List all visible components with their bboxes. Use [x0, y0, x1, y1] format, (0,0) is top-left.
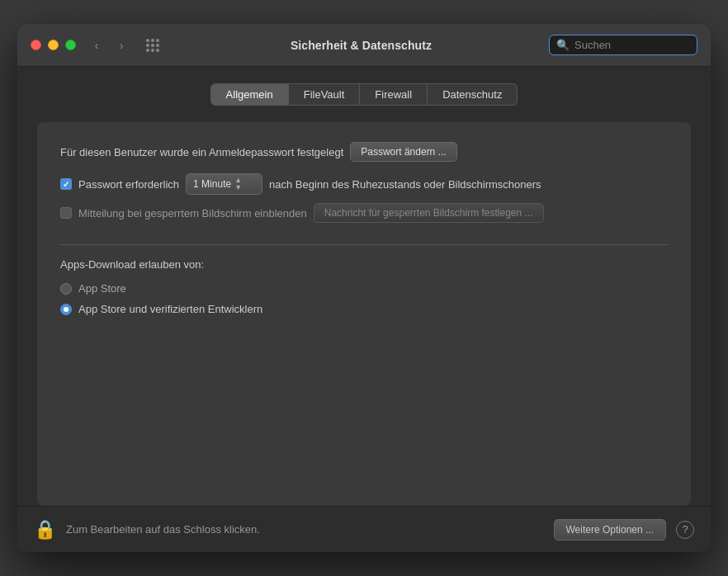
- tab-datenschutz[interactable]: Datenschutz: [428, 83, 518, 106]
- select-arrows-icon: ▲ ▼: [234, 177, 242, 191]
- apps-grid-icon[interactable]: [142, 37, 163, 54]
- tab-bar: Allgemein FileVault Firewall Datenschutz: [37, 83, 691, 106]
- maximize-button[interactable]: [65, 40, 76, 50]
- section-divider: [60, 244, 668, 245]
- lock-message-checkbox[interactable]: [60, 207, 72, 219]
- traffic-lights: [31, 40, 76, 50]
- help-icon: ?: [682, 523, 688, 536]
- radio-selected-indicator: [64, 307, 69, 312]
- tab-firewall[interactable]: Firewall: [360, 83, 428, 106]
- password-required-checkbox[interactable]: ✓: [60, 178, 72, 190]
- search-input[interactable]: [574, 39, 690, 51]
- password-row: Für diesen Benutzer wurde ein Anmeldepas…: [60, 142, 668, 162]
- radio-app-store-label: App Store: [78, 282, 126, 295]
- tab-allgemein[interactable]: Allgemein: [210, 83, 289, 106]
- apps-section-title: Apps-Download erlauben von:: [60, 258, 668, 271]
- radio-verified-label: App Store und verifizierten Entwicklern: [78, 303, 262, 315]
- close-button[interactable]: [31, 40, 41, 50]
- lock-message-label: Mitteilung bei gesperrtem Bildschirm ein…: [78, 207, 307, 220]
- tab-filevault[interactable]: FileVault: [289, 83, 361, 106]
- apps-section: Apps-Download erlauben von: App Store Ap…: [60, 258, 668, 323]
- checkmark-icon: ✓: [63, 180, 69, 189]
- lock-icon[interactable]: 🔒: [34, 519, 56, 541]
- search-icon: 🔍: [556, 39, 570, 51]
- radio-app-store-button[interactable]: [60, 283, 72, 295]
- radio-verified-button[interactable]: [60, 304, 72, 315]
- titlebar: ‹ › Sicherheit & Datenschutz 🔍: [17, 24, 711, 67]
- settings-panel: Für diesen Benutzer wurde ein Anmeldepas…: [37, 122, 691, 506]
- change-password-button[interactable]: Passwort ändern ...: [350, 142, 456, 162]
- forward-button[interactable]: ›: [111, 37, 132, 54]
- time-select[interactable]: 1 Minute ▲ ▼: [186, 173, 262, 195]
- back-button[interactable]: ‹: [86, 37, 107, 54]
- password-required-label: Passwort erforderlich: [78, 178, 179, 191]
- window-title: Sicherheit & Datenschutz: [173, 39, 549, 52]
- password-suffix-text: nach Beginn des Ruhezustands oder Bildsc…: [269, 178, 541, 191]
- select-value: 1 Minute: [193, 178, 231, 190]
- bottombar: 🔒 Zum Bearbeiten auf das Schloss klicken…: [17, 506, 711, 552]
- set-message-button[interactable]: Nachricht für gesperrten Bildschirm fest…: [314, 203, 544, 223]
- content-area: Allgemein FileVault Firewall Datenschutz…: [17, 67, 711, 506]
- more-options-button[interactable]: Weitere Optionen ...: [554, 519, 667, 541]
- password-text: Für diesen Benutzer wurde ein Anmeldepas…: [60, 146, 343, 158]
- password-required-row: ✓ Passwort erforderlich 1 Minute ▲ ▼ nac…: [60, 173, 668, 195]
- main-window: ‹ › Sicherheit & Datenschutz 🔍 Allgemein…: [17, 24, 711, 552]
- lock-message: Zum Bearbeiten auf das Schloss klicken.: [66, 523, 544, 536]
- radio-app-store-verified[interactable]: App Store und verifizierten Entwicklern: [60, 303, 668, 315]
- help-button[interactable]: ?: [676, 521, 694, 539]
- minimize-button[interactable]: [48, 40, 59, 50]
- nav-buttons: ‹ ›: [86, 37, 132, 54]
- search-box[interactable]: 🔍: [549, 35, 697, 55]
- lock-message-row: Mitteilung bei gesperrtem Bildschirm ein…: [60, 203, 668, 223]
- radio-app-store[interactable]: App Store: [60, 282, 668, 295]
